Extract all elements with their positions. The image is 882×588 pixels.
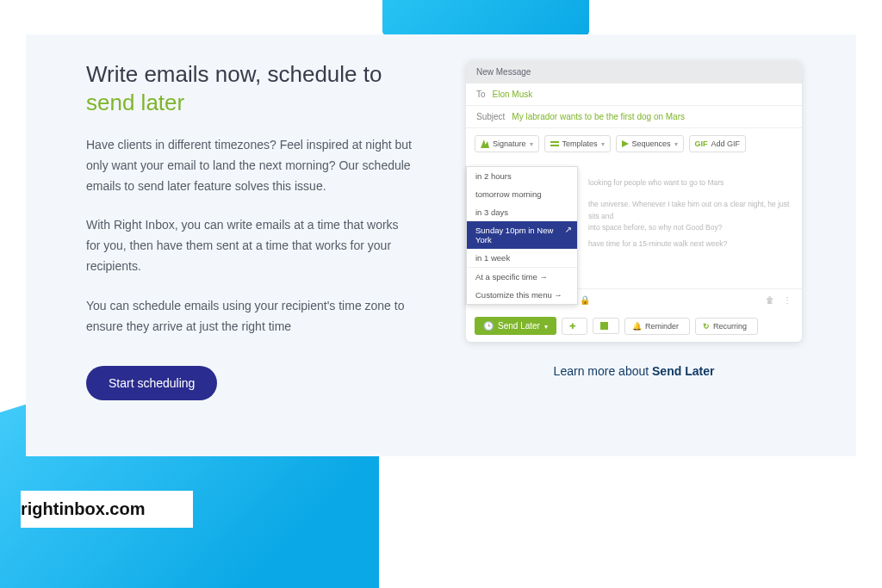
paragraph-2: With Right Inbox, you can write emails a… [86, 215, 413, 276]
tag-button[interactable] [593, 318, 619, 334]
recurring-icon: ↻ [703, 322, 710, 331]
templates-button[interactable]: Templates [544, 135, 611, 152]
feature-panel: Write emails now, schedule to send later… [26, 34, 856, 456]
subject-label: Subject [476, 112, 505, 121]
dropdown-option-1week[interactable]: in 1 week [467, 249, 577, 267]
dropdown-option-2hours[interactable]: in 2 hours [467, 167, 577, 185]
bottom-bar: 🕒 Send Later ✚ 🔔 Reminder [466, 310, 802, 342]
clock-icon: 🕒 [483, 321, 494, 331]
templates-label: Templates [562, 139, 598, 148]
learn-more-bold: Send Later [652, 364, 714, 378]
signature-icon [481, 139, 489, 148]
headline: Write emails now, schedule to send later [86, 60, 413, 116]
send-later-button[interactable]: 🕒 Send Later [475, 317, 556, 335]
chevron-down-icon [674, 139, 678, 148]
compose-body[interactable]: Hey Elon, looking for people who want to… [466, 159, 802, 288]
left-column: Write emails now, schedule to send later… [86, 60, 413, 430]
more-icon[interactable]: ⋮ [783, 295, 792, 305]
start-scheduling-button[interactable]: Start scheduling [86, 366, 217, 400]
puzzle-icon: ✚ [569, 322, 576, 331]
headline-line1: Write emails now, schedule to [86, 61, 382, 87]
right-column: New Message To Elon Musk Subject My labr… [448, 60, 820, 430]
paragraph-3: You can schedule emails using your recip… [86, 296, 413, 337]
schedule-dropdown: in 2 hours tomorrow morning in 3 days Su… [466, 166, 578, 305]
dropdown-option-customize[interactable]: Customize this menu → [467, 286, 577, 304]
compose-toolbar: Signature Templates Sequences GIF Add GI… [466, 128, 802, 159]
learn-more-prefix: Learn more about [554, 364, 652, 378]
dropdown-option-3days[interactable]: in 3 days [467, 203, 577, 221]
add-gif-button[interactable]: GIF Add GIF [689, 135, 747, 152]
dropdown-option-tomorrow[interactable]: tomorrow morning [467, 185, 577, 203]
flag-icon [600, 322, 608, 330]
dropdown-option-selected[interactable]: Sunday 10pm in New York [467, 221, 577, 249]
site-url: rightinbox.com [21, 499, 145, 518]
body-line-3: the universe. Whenever I take him out on… [588, 199, 792, 221]
dropdown-option-specific[interactable]: At a specific time → [467, 267, 577, 286]
to-value[interactable]: Elon Musk [493, 90, 533, 99]
chevron-down-icon [544, 321, 548, 331]
decorative-bg-top [382, 0, 589, 36]
learn-more-link[interactable]: Learn more about Send Later [554, 364, 715, 378]
lock-icon[interactable]: 🔒 [580, 295, 590, 305]
subject-row: Subject My labrador wants to be the firs… [466, 106, 802, 128]
compose-title: New Message [466, 60, 802, 84]
signature-button[interactable]: Signature [475, 135, 539, 152]
sequences-label: Sequences [632, 139, 671, 148]
trash-icon[interactable]: 🗑 [766, 295, 774, 305]
reminder-label: Reminder [645, 322, 679, 331]
recurring-button[interactable]: ↻ Recurring [695, 318, 758, 335]
reminder-button[interactable]: 🔔 Reminder [624, 318, 690, 335]
site-caption: rightinbox.com [21, 491, 193, 528]
to-label: To [476, 90, 486, 99]
send-later-label: Send Later [498, 321, 540, 331]
body-line-2: looking for people who want to go to Mar… [588, 177, 792, 189]
sequences-icon [622, 140, 629, 147]
add-gif-label: Add GIF [711, 139, 741, 148]
compose-window: New Message To Elon Musk Subject My labr… [466, 60, 802, 342]
subject-value[interactable]: My labrador wants to be the first dog on… [512, 112, 685, 121]
sequences-button[interactable]: Sequences [616, 135, 684, 152]
body-line-4: into space before, so why not Good Boy? [588, 222, 792, 233]
chevron-down-icon [601, 139, 605, 148]
extensions-button[interactable]: ✚ [562, 318, 587, 335]
to-row: To Elon Musk [466, 84, 802, 106]
chevron-down-icon [530, 139, 533, 148]
bell-icon: 🔔 [632, 322, 642, 331]
gif-icon: GIF [695, 139, 708, 148]
signature-label: Signature [493, 139, 526, 148]
body-line-5: have time for a 15-minute walk next week… [588, 238, 792, 250]
headline-accent: send later [86, 90, 184, 115]
templates-icon [550, 141, 559, 146]
paragraph-1: Have clients in different timezones? Fee… [86, 135, 413, 196]
recurring-label: Recurring [713, 322, 747, 331]
